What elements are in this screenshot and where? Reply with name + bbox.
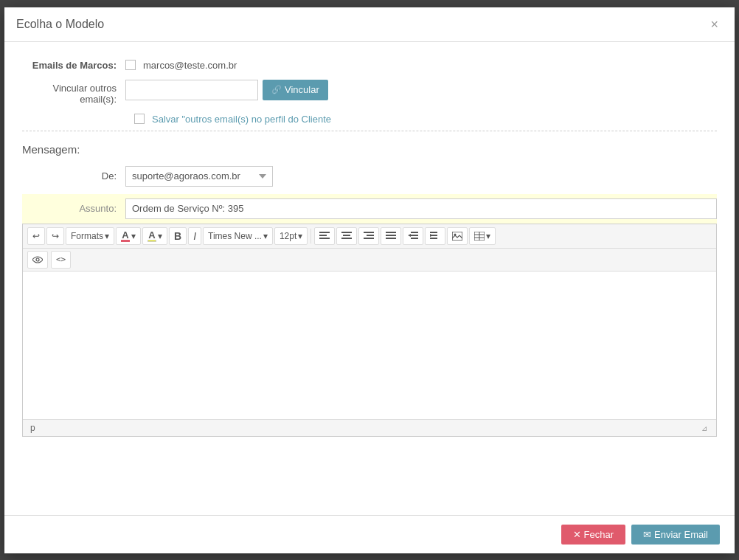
- editor-toolbar: ↩ ↪ Formats ▾ A ▾: [23, 224, 716, 249]
- svg-rect-5: [343, 235, 350, 236]
- svg-rect-14: [386, 238, 396, 239]
- font-size-chevron-icon: ▾: [298, 231, 302, 241]
- vincular-controls: 🔗 Vincular: [125, 80, 328, 100]
- modal-header: Ecolha o Modelo ×: [4, 7, 735, 42]
- modal-overlay: Ecolha o Modelo × Emails de Marcos: marc…: [0, 0, 739, 560]
- svg-rect-19: [411, 238, 418, 239]
- align-left-button[interactable]: [314, 227, 335, 245]
- salvar-option-row: Salvar "outros email(s) no perfil do Cli…: [134, 114, 717, 125]
- svg-rect-9: [367, 235, 374, 236]
- mensagem-title: Mensagem:: [22, 143, 717, 156]
- de-label: De:: [22, 170, 125, 182]
- modal-dialog: Ecolha o Modelo × Emails de Marcos: marc…: [4, 7, 735, 553]
- svg-rect-6: [341, 238, 352, 239]
- source-button[interactable]: <>: [51, 251, 71, 269]
- close-button[interactable]: ×: [706, 16, 723, 32]
- enviar-email-button[interactable]: ✉ Enviar Email: [631, 525, 720, 545]
- svg-rect-10: [364, 238, 374, 239]
- assunto-row: Assunto:: [22, 194, 717, 224]
- formats-chevron-icon: ▾: [105, 231, 109, 241]
- de-select[interactable]: suporte@agoraos.com.br: [125, 166, 273, 187]
- salvar-label: Salvar "outros email(s) no perfil do Cli…: [152, 114, 331, 125]
- svg-rect-24: [452, 232, 462, 241]
- indent-dec-icon: [408, 232, 418, 241]
- svg-marker-17: [408, 234, 411, 237]
- undo-button[interactable]: ↩: [27, 227, 45, 245]
- svg-rect-2: [319, 238, 330, 239]
- font-a-chevron-icon: ▾: [131, 231, 136, 241]
- align-left-icon: [319, 232, 330, 241]
- emails-row: Emails de Marcos: marcos@teste.com.br: [22, 57, 717, 71]
- svg-rect-16: [411, 232, 418, 233]
- justify-icon: [386, 232, 396, 241]
- svg-rect-20: [430, 232, 437, 233]
- svg-rect-22: [430, 235, 437, 236]
- formats-button[interactable]: Formats ▾: [66, 227, 114, 245]
- table-button[interactable]: ▾: [469, 227, 496, 245]
- salvar-checkbox[interactable]: [134, 114, 145, 124]
- table-icon: [474, 232, 485, 241]
- bold-button[interactable]: B: [169, 227, 187, 245]
- image-icon: [452, 232, 462, 241]
- font-highlight-button[interactable]: A ▾: [142, 227, 167, 245]
- email-text: marcos@teste.com.br: [143, 60, 237, 71]
- modal-body: Emails de Marcos: marcos@teste.com.br Vi…: [4, 42, 735, 515]
- image-button[interactable]: [447, 227, 468, 245]
- svg-rect-23: [430, 238, 437, 239]
- editor-status-text: p: [30, 423, 35, 433]
- email-checkbox[interactable]: [125, 60, 136, 70]
- fechar-button[interactable]: ✕ Fechar: [561, 525, 625, 545]
- font-size-button[interactable]: 12pt ▾: [274, 227, 308, 245]
- vincular-row: Vincular outros email(s): 🔗 Vincular: [22, 80, 717, 105]
- svg-rect-12: [386, 232, 396, 233]
- italic-button[interactable]: I: [188, 227, 201, 245]
- assunto-label: Assunto:: [22, 203, 125, 214]
- link-icon: 🔗: [271, 85, 282, 94]
- svg-rect-1: [319, 235, 327, 236]
- vincular-input[interactable]: [125, 80, 258, 100]
- font-a-button[interactable]: A ▾: [116, 227, 141, 245]
- source-icon: <>: [56, 255, 66, 264]
- svg-rect-8: [364, 232, 374, 233]
- email-value-container: marcos@teste.com.br: [125, 57, 237, 71]
- vincular-button[interactable]: 🔗 Vincular: [263, 80, 328, 100]
- assunto-input[interactable]: [125, 198, 717, 219]
- font-family-chevron-icon: ▾: [263, 231, 268, 241]
- indent-inc-button[interactable]: [425, 227, 445, 245]
- de-row: De: suporte@agoraos.com.br: [22, 166, 717, 187]
- redo-button[interactable]: ↪: [46, 227, 64, 245]
- svg-point-30: [36, 258, 39, 261]
- editor-status: p ⊿: [23, 419, 716, 436]
- align-right-icon: [364, 232, 374, 241]
- editor-toolbar-row2: <>: [23, 249, 716, 272]
- justify-button[interactable]: [381, 227, 401, 245]
- preview-icon: [32, 256, 43, 263]
- resize-handle-icon: ⊿: [701, 424, 709, 432]
- align-center-icon: [341, 232, 352, 241]
- svg-rect-13: [386, 235, 396, 236]
- vincular-label: Vincular outros email(s):: [22, 80, 125, 105]
- font-highlight-chevron-icon: ▾: [158, 231, 162, 241]
- font-family-button[interactable]: Times New ... ▾: [203, 227, 273, 245]
- font-color-icon: A: [121, 230, 130, 242]
- editor-content[interactable]: [23, 272, 716, 419]
- emails-label: Emails de Marcos:: [22, 57, 125, 71]
- align-right-button[interactable]: [358, 227, 379, 245]
- envelope-icon: ✉: [643, 529, 651, 540]
- modal-title: Ecolha o Modelo: [16, 18, 104, 31]
- toolbar-divider-1: [310, 229, 311, 243]
- section-divider: [22, 131, 717, 131]
- indent-dec-button[interactable]: [403, 227, 423, 245]
- modal-footer: ✕ Fechar ✉ Enviar Email: [4, 515, 735, 553]
- svg-rect-18: [411, 235, 418, 236]
- close-x-icon: ✕: [573, 529, 581, 540]
- svg-rect-4: [341, 232, 352, 233]
- editor-wrapper: ↩ ↪ Formats ▾ A ▾: [22, 224, 717, 437]
- preview-button[interactable]: [27, 251, 48, 269]
- align-center-button[interactable]: [336, 227, 357, 245]
- svg-rect-0: [319, 232, 330, 233]
- indent-inc-icon: [430, 232, 440, 241]
- table-chevron-icon: ▾: [486, 231, 490, 241]
- font-highlight-icon: A: [148, 230, 156, 242]
